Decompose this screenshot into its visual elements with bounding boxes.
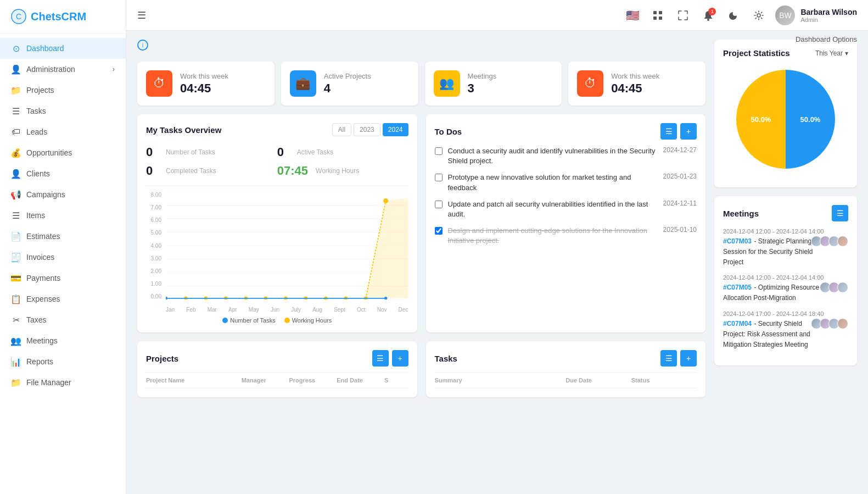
todo-checkbox-1[interactable]	[435, 147, 443, 155]
todo-checkbox-4[interactable]	[435, 227, 443, 235]
legend-label-tasks: Number of Tasks	[230, 317, 275, 324]
pie-chart: 50.0% 50.0%	[731, 64, 841, 174]
tab-2024[interactable]: 2024	[383, 123, 408, 136]
legend-hours: Working Hours	[284, 317, 332, 324]
settings-icon[interactable]	[750, 7, 768, 24]
content-left: i ⏱ Work this week 04:45 💼 Active Projec…	[137, 40, 705, 485]
tasks-tab-group: All 2023 2024	[332, 123, 408, 136]
x-sept: Sept	[334, 307, 345, 313]
sidebar-item-expenses[interactable]: 📋 Expenses	[0, 288, 126, 309]
meeting-row-2: #C07M05 - Optimizing Resource Allocation…	[723, 282, 848, 303]
grid-icon[interactable]	[649, 7, 667, 24]
sidebar-item-clients[interactable]: 👤 Clients	[0, 163, 126, 184]
projects-col-manager: Manager	[242, 377, 289, 384]
stat-label-1: Work this week	[180, 72, 228, 80]
notification-bell-icon[interactable]: 1	[699, 7, 717, 24]
tasks-actions: ☰ +	[660, 350, 697, 367]
meetings-panel-list-btn[interactable]: ☰	[832, 205, 848, 221]
tasks-overview-title: My Tasks Overview	[146, 125, 221, 135]
content-area: i ⏱ Work this week 04:45 💼 Active Projec…	[126, 31, 868, 494]
filemanager-icon: 📁	[11, 378, 21, 387]
sidebar-item-projects[interactable]: 📁 Projects	[0, 80, 126, 101]
campaigns-icon: 📢	[11, 190, 21, 199]
y-label-5: 5.00	[146, 230, 161, 236]
projects-actions: ☰ +	[372, 350, 408, 367]
sidebar-item-administration[interactable]: 👤 Administration ›	[0, 59, 126, 80]
sidebar-item-campaigns[interactable]: 📢 Campaigns	[0, 184, 126, 205]
projects-col-status: S	[384, 377, 408, 384]
meeting-avatars-1	[813, 236, 848, 247]
flag-icon[interactable]: 🇺🇸	[624, 7, 641, 24]
todo-item-2: Prototype a new innovative solution for …	[435, 173, 697, 192]
user-profile[interactable]: BW Barbara Wilson Admin	[775, 5, 857, 25]
sidebar-item-opportunities[interactable]: 💰 Opportunities	[0, 142, 126, 163]
x-apr: Apr	[228, 307, 237, 313]
y-label-1: 1.00	[146, 281, 161, 287]
sidebar-label-tasks: Tasks	[26, 107, 46, 115]
tasks-add-btn[interactable]: +	[680, 350, 697, 367]
gear-icon	[754, 10, 764, 20]
stat-label-3: Meetings	[468, 72, 497, 80]
tasks-header: Tasks ☰ +	[435, 350, 697, 373]
sidebar-item-filemanager[interactable]: 📁 File Manager	[0, 372, 126, 393]
todos-add-btn[interactable]: +	[680, 123, 697, 140]
todo-date-3: 2024-12-11	[663, 199, 697, 207]
projects-col-name: Project Name	[146, 377, 242, 384]
sidebar-item-taxes[interactable]: ✂ Taxes	[0, 309, 126, 330]
meeting-code-2[interactable]: #C07M05	[723, 284, 752, 291]
sidebar-item-invoices[interactable]: 🧾 Invoices	[0, 247, 126, 268]
tasks-list-btn[interactable]: ☰	[660, 350, 677, 367]
chart-x-labels: Jan Feb Mar Apr May Jun July Aug Sept Oc…	[166, 307, 408, 313]
todo-checkbox-2[interactable]	[435, 174, 443, 181]
dark-mode-icon[interactable]	[725, 7, 742, 24]
avatar-image: BW	[775, 5, 795, 25]
stat-icon-clock-2: ⏱	[577, 70, 603, 97]
menu-toggle-icon[interactable]: ☰	[137, 9, 146, 21]
projects-col-headers: Project Name Manager Progress End Date S	[146, 373, 408, 388]
stat-info-3: Meetings 3	[468, 72, 497, 96]
sidebar-item-tasks[interactable]: ☰ Tasks	[0, 101, 126, 121]
opportunities-icon: 💰	[11, 148, 21, 158]
meeting-entry-2: 2024-12-04 12:00 - 2024-12-04 14:00 #C07…	[723, 274, 848, 303]
estimates-icon: 📄	[11, 231, 21, 241]
tab-all[interactable]: All	[332, 123, 351, 136]
moon-icon	[729, 10, 738, 20]
dashboard-options-label[interactable]: Dashboard Options	[796, 35, 857, 43]
svg-point-7	[757, 14, 760, 17]
stats-row: ⏱ Work this week 04:45 💼 Active Projects…	[137, 62, 705, 106]
todo-checkbox-3[interactable]	[435, 201, 443, 208]
sidebar-item-payments[interactable]: 💳 Payments	[0, 268, 126, 288]
year-select[interactable]: This Year ▾	[815, 49, 848, 57]
sidebar-item-dashboard[interactable]: ⊙ Dashboard	[0, 38, 126, 59]
sidebar-item-items[interactable]: ☰ Items	[0, 205, 126, 226]
meeting-avatars-3	[813, 318, 848, 329]
projects-add-btn[interactable]: +	[392, 350, 408, 367]
sidebar-item-leads[interactable]: 🏷 Leads	[0, 121, 126, 142]
y-label-0: 0.00	[146, 293, 161, 299]
todo-text-3: Update and patch all security vulnerabil…	[448, 199, 658, 219]
meeting-code-1[interactable]: #C07M03	[723, 237, 752, 245]
fullscreen-icon[interactable]	[674, 7, 692, 24]
meeting-code-3[interactable]: #C07M04	[723, 320, 752, 328]
x-oct: Oct	[357, 307, 366, 313]
tab-2023[interactable]: 2023	[354, 123, 380, 136]
taxes-icon: ✂	[11, 315, 21, 325]
clients-icon: 👤	[11, 169, 21, 179]
meeting-row-1: #C07M03 - Strategic Planning Session for…	[723, 236, 848, 267]
meeting-info-3: #C07M04 - Security Shield Project: Risk …	[723, 318, 813, 349]
content-right: Project Statistics This Year ▾ 50.0%	[714, 40, 857, 485]
sidebar-item-reports[interactable]: 📊 Reports	[0, 351, 126, 372]
info-icon[interactable]: i	[137, 40, 148, 51]
sidebar-item-meetings[interactable]: 👥 Meetings	[0, 330, 126, 351]
stat-card-work-week-1: ⏱ Work this week 04:45	[137, 62, 275, 106]
projects-list-btn[interactable]: ☰	[372, 350, 389, 367]
svg-rect-3	[659, 11, 662, 14]
svg-text:C: C	[16, 12, 21, 21]
items-icon: ☰	[11, 210, 21, 220]
num-tasks-label: Number of Tasks	[166, 148, 215, 156]
todos-list-view-btn[interactable]: ☰	[660, 123, 677, 140]
tasks-stats: 0 Number of Tasks 0 Active Tasks 0 Compl…	[146, 143, 408, 186]
tasks-overview-header: My Tasks Overview All 2023 2024	[146, 123, 408, 136]
user-role: Admin	[800, 16, 857, 23]
sidebar-item-estimates[interactable]: 📄 Estimates	[0, 226, 126, 247]
